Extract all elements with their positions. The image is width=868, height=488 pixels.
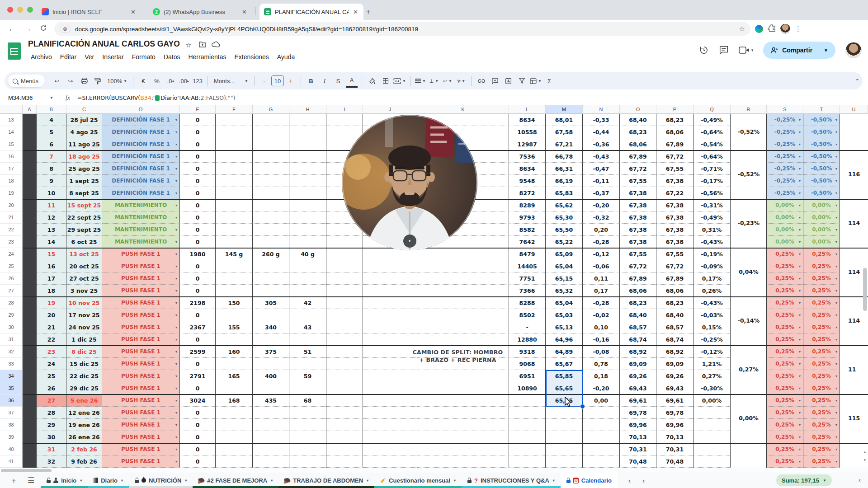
cell-B20[interactable]: 11	[37, 199, 66, 211]
cell-E40[interactable]: 0	[180, 443, 216, 455]
window-minimize-button[interactable]	[17, 7, 23, 13]
cell-L25[interactable]: 14405	[509, 260, 546, 272]
menu-extensiones[interactable]: Extensiones	[231, 52, 272, 61]
cell-I31[interactable]	[326, 333, 363, 346]
insert-chart-button[interactable]	[503, 75, 514, 87]
cell-P17[interactable]: 67,55	[656, 163, 693, 175]
cell-E16[interactable]: 0	[180, 150, 216, 163]
cell-M30[interactable]: 65,13	[546, 321, 583, 333]
cell-O15[interactable]: 68,06	[620, 138, 656, 150]
cell-C36[interactable]: 5 ene 26	[66, 394, 102, 407]
format-percent-button[interactable]: %	[151, 75, 163, 87]
cell-A21[interactable]	[23, 211, 37, 224]
cell-L23[interactable]: 7642	[509, 236, 546, 248]
cell-O32[interactable]: 68,92	[620, 346, 656, 358]
horizontal-align-button[interactable]: ▼	[415, 75, 426, 87]
cell-Q22[interactable]: 0,31%	[693, 224, 731, 236]
strikethrough-button[interactable]: S	[332, 75, 344, 87]
cell-G29[interactable]	[253, 309, 289, 321]
row-header-16[interactable]: 16	[0, 150, 23, 163]
row-header-15[interactable]: 15	[0, 138, 23, 150]
cell-I26[interactable]	[326, 272, 363, 285]
cell-D25-phase-dropdown[interactable]: PUSH FASE 1▾	[102, 260, 180, 272]
cell-S32-dropdown[interactable]: 0,25%▾	[767, 346, 803, 358]
cell-B19[interactable]: 10	[37, 187, 66, 199]
cell-F22[interactable]	[216, 224, 253, 236]
column-header-P[interactable]: P	[656, 105, 693, 114]
cell-Q34[interactable]: 0,27%	[693, 370, 731, 382]
cell-I41[interactable]	[326, 455, 363, 468]
cell-A15[interactable]	[23, 138, 37, 150]
cell-N22[interactable]: 0,20	[583, 224, 620, 236]
cell-P31[interactable]: 68,74	[656, 333, 693, 346]
cell-Q24[interactable]: -0,19%	[693, 248, 731, 260]
cell-F30[interactable]: 155	[216, 321, 253, 333]
cell-N16[interactable]: -0,43	[583, 150, 620, 163]
cell-T15-dropdown[interactable]: -0,50%▾	[803, 138, 840, 150]
cell-G23[interactable]	[253, 236, 289, 248]
cell-B28[interactable]: 19	[37, 297, 66, 309]
sheet-tab-menu-icon[interactable]: ▾	[454, 479, 456, 483]
cell-C37[interactable]: 12 ene 26	[66, 407, 102, 419]
cell-O29[interactable]: 68,40	[620, 309, 656, 321]
cell-J28[interactable]	[363, 297, 417, 309]
borders-button[interactable]	[380, 75, 392, 87]
cell-R24[interactable]	[731, 248, 767, 260]
column-header-Q[interactable]: Q	[693, 105, 731, 114]
cell-Q19[interactable]: -0,56%	[693, 187, 731, 199]
cell-E21[interactable]: 0	[180, 211, 216, 224]
cell-H29[interactable]	[289, 309, 326, 321]
cell-E26[interactable]: 0	[180, 272, 216, 285]
cell-C17[interactable]: 25 ago 25	[66, 163, 102, 175]
cell-R40[interactable]	[731, 443, 767, 455]
cell-N27[interactable]: 0,17	[583, 285, 620, 297]
cell-L24[interactable]: 8479	[509, 248, 546, 260]
cell-E25[interactable]: 0	[180, 260, 216, 272]
decrease-decimals-button[interactable]: .0◂	[165, 75, 176, 87]
cell-C23[interactable]: 6 oct 25	[66, 236, 102, 248]
comment-history-icon[interactable]	[719, 45, 729, 55]
cell-M37[interactable]	[546, 407, 583, 419]
cell-B14[interactable]: 5	[37, 126, 66, 138]
merged-cell-R20[interactable]: -0,23%	[731, 220, 766, 226]
increase-font-size-button[interactable]: ＋	[285, 75, 297, 87]
merged-cell-R32[interactable]: 0,27%	[731, 366, 766, 373]
italic-button[interactable]: I	[319, 75, 330, 87]
cell-P15[interactable]: 67,89	[656, 138, 693, 150]
cell-Q26[interactable]: 0,17%	[693, 272, 731, 285]
cell-L17[interactable]: 8634	[509, 163, 546, 175]
cell-D33-phase-dropdown[interactable]: PUSH FASE 1▾	[102, 358, 180, 370]
cell-H26[interactable]	[289, 272, 326, 285]
cell-I39[interactable]	[326, 431, 363, 443]
cell-H28[interactable]: 42	[289, 297, 326, 309]
cell-S15-dropdown[interactable]: -0,25%▾	[767, 138, 803, 150]
cell-C30[interactable]: 24 nov 25	[66, 321, 102, 333]
cell-H13[interactable]	[289, 114, 326, 126]
scroll-down-icon[interactable]: ▼	[863, 458, 867, 462]
cell-S21-dropdown[interactable]: 0,00%▾	[767, 211, 803, 224]
cell-A40[interactable]	[23, 443, 37, 455]
cell-N34[interactable]: 0,18	[583, 370, 620, 382]
cell-D32-phase-dropdown[interactable]: PUSH FASE 1▾	[102, 346, 180, 358]
cell-U31[interactable]	[840, 333, 868, 346]
column-header-A[interactable]: A	[23, 105, 37, 114]
cell-B41[interactable]: 32	[37, 455, 66, 468]
cell-R39[interactable]	[731, 431, 767, 443]
cloud-status-icon[interactable]	[212, 41, 220, 49]
cell-C32[interactable]: 8 dic 25	[66, 346, 102, 358]
cell-D26-phase-dropdown[interactable]: PUSH FASE 1▾	[102, 272, 180, 285]
cell-T37-dropdown[interactable]: 0,25%▾	[803, 407, 840, 419]
cell-K36[interactable]	[417, 394, 509, 407]
cell-C25[interactable]: 20 oct 25	[66, 260, 102, 272]
cell-S19-dropdown[interactable]: -0,25%▾	[767, 187, 803, 199]
cell-I28[interactable]	[326, 297, 363, 309]
cell-G18[interactable]	[253, 175, 289, 187]
cell-S36-dropdown[interactable]: 0,25%▾	[767, 394, 803, 407]
cell-M31[interactable]: 64,96	[546, 333, 583, 346]
sheet-tab-nutrici-n[interactable]: NUTRICIÓN▾	[129, 473, 193, 488]
cell-O23[interactable]: 67,38	[620, 236, 656, 248]
text-wrap-button[interactable]: ↩▼	[442, 75, 453, 87]
cell-P22[interactable]: 67,38	[656, 224, 693, 236]
merged-cell-U32[interactable]: 11	[848, 366, 856, 373]
cell-F33[interactable]	[216, 358, 253, 370]
